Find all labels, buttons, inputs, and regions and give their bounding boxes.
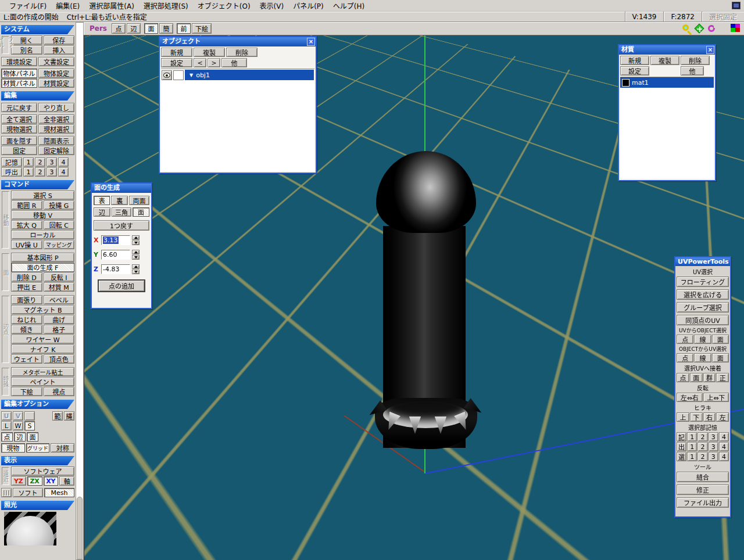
menu-panel[interactable]: パネル(P) (288, 0, 328, 12)
paint-button[interactable]: ペイント (11, 377, 74, 386)
obj2uv-face-button[interactable]: 面 (712, 353, 729, 362)
save-button[interactable]: 保存 (44, 35, 75, 45)
y-coordinate-input[interactable]: 6.60 (101, 250, 130, 260)
invert-tool-button[interactable]: 反転 I (44, 272, 75, 282)
quad-mode-button[interactable]: 面 (133, 207, 149, 217)
memory-slot-1[interactable]: 1 (23, 157, 34, 167)
snap-point-toggle[interactable]: 点 (1, 432, 13, 441)
doc-settings-button[interactable]: 文書設定 (38, 57, 74, 66)
recall-slot-4[interactable]: 4 (58, 167, 69, 177)
uv-panel-titlebar[interactable]: UVPowerTools (675, 257, 730, 266)
weld-group-button[interactable]: 群 (703, 373, 716, 382)
twist-button[interactable]: ねじれ (11, 315, 42, 324)
option-blank-toggle[interactable] (24, 411, 35, 421)
uv-sel-slot-2[interactable]: 2 (698, 452, 707, 461)
redo-button[interactable]: やり直し (38, 103, 74, 112)
recall-slot-3[interactable]: 3 (46, 167, 57, 177)
sew-button[interactable]: 縫合 (677, 472, 729, 482)
uv2obj-line-button[interactable]: 線 (694, 335, 711, 344)
memory-slot-3[interactable]: 3 (46, 157, 57, 167)
memory-button[interactable]: 記憶 (1, 157, 22, 167)
object-duplicate-button[interactable]: 複製 (194, 48, 225, 57)
software-render-button[interactable]: ソフトウェア (11, 466, 74, 476)
menu-selection-proc[interactable]: 選択部処理(S) (139, 0, 193, 12)
object-list-item[interactable]: ▼ obj1 (185, 70, 314, 80)
chevron-down-icon[interactable]: ▼ (189, 73, 193, 78)
uv-edit-button[interactable]: UV操 U (11, 240, 42, 249)
uv-mem-slot-2[interactable]: 2 (698, 432, 707, 441)
move-tool-button[interactable]: 移動 V (11, 210, 74, 220)
unfold-down-button[interactable]: 下 (690, 412, 703, 422)
yz-plane-button[interactable]: YZ (11, 476, 26, 486)
color-palette-icon[interactable] (731, 24, 741, 34)
object-next-button[interactable]: > (208, 58, 220, 67)
option-v-toggle[interactable]: V (13, 411, 23, 421)
wire-lines-icon[interactable] (1, 488, 12, 497)
face-generation-button[interactable]: 面の生成 F (11, 263, 74, 272)
option-range-toggle[interactable]: 範 (52, 411, 63, 421)
local-tool-button[interactable]: ローカル (11, 230, 74, 239)
light-direction-preview[interactable] (4, 512, 56, 545)
magnifier-icon[interactable] (682, 24, 692, 34)
z-spin-down[interactable] (132, 270, 140, 274)
pan-icon[interactable] (695, 24, 704, 34)
range-tool-button[interactable]: 範囲 R (11, 200, 42, 210)
object-settings-button[interactable]: 物体設定 (38, 69, 74, 78)
select-cur-object-button[interactable]: 現物選択 (1, 124, 37, 134)
option-l-toggle[interactable]: L (1, 421, 12, 430)
bend-button[interactable]: 曲げ (44, 315, 75, 324)
wire-button[interactable]: ワイヤー W (11, 335, 74, 344)
current-object-toggle[interactable]: 現物 (1, 443, 25, 453)
underlay-cmd-button[interactable]: 下絵 (11, 387, 42, 396)
flip-vertical-button[interactable]: 上⇔下 (703, 393, 729, 402)
front-view-button[interactable]: 前 (177, 23, 191, 34)
uv-out-slot-3[interactable]: 3 (709, 442, 718, 451)
material-tool-button[interactable]: 材質 M (44, 282, 75, 292)
mapping-button[interactable]: マッピング (44, 240, 75, 249)
uv-mem-slot-4[interactable]: 4 (719, 432, 729, 441)
xy-plane-button[interactable]: XY (44, 476, 59, 486)
material-panel-toggle[interactable]: 材質パネル (1, 78, 37, 88)
material-settings-button[interactable]: 材質設定 (38, 78, 74, 88)
scale-tool-button[interactable]: 拡大 Q (11, 220, 42, 229)
memory-slot-4[interactable]: 4 (58, 157, 69, 167)
object-color-swatch[interactable] (173, 70, 184, 80)
uv2obj-point-button[interactable]: 点 (677, 335, 693, 344)
select-tool-button[interactable]: 選択 S (11, 191, 74, 200)
obj2uv-line-button[interactable]: 線 (694, 353, 711, 362)
show-faces-button[interactable]: 面 (144, 23, 158, 34)
menu-object[interactable]: オブジェクト(O) (193, 0, 255, 12)
floating-button[interactable]: フローティング (677, 277, 729, 287)
front-face-button[interactable]: 表 (94, 196, 110, 205)
deselect-all-button[interactable]: 全非選択 (38, 114, 74, 124)
snap-face-toggle[interactable]: 面 (27, 432, 38, 441)
hide-faces-button[interactable]: 面を隠す (1, 136, 37, 145)
uv-sel-button[interactable]: 選 (677, 452, 686, 461)
menu-edit[interactable]: 編集(E) (51, 0, 84, 12)
material-settings-row-button[interactable]: 設定 (620, 66, 649, 76)
object-delete-button[interactable]: 削除 (226, 48, 257, 57)
fix-button[interactable]: 固定 (1, 146, 37, 155)
soft-shading-button[interactable]: ソフト (13, 488, 43, 497)
uv-out-slot-2[interactable]: 2 (698, 442, 707, 451)
snap-edge-toggle[interactable]: 辺 (14, 432, 26, 441)
uv-mem-slot-3[interactable]: 3 (709, 432, 718, 441)
bevel-button[interactable]: ベベル (44, 295, 75, 304)
magnet-button[interactable]: マグネット B (11, 305, 74, 314)
sidebar-scrollbar[interactable] (76, 22, 84, 560)
same-vertex-uv-button[interactable]: 同頂点のUV (677, 315, 729, 325)
unfix-button[interactable]: 固定解除 (38, 146, 74, 155)
extrude-tool-button[interactable]: 押出 E (11, 282, 42, 292)
face-gen-titlebar[interactable]: 面の生成 (92, 184, 151, 193)
edge-mode-button[interactable]: 辺 (94, 207, 110, 217)
open-button[interactable]: 開く (11, 35, 42, 45)
both-faces-button[interactable]: 両面 (129, 196, 149, 205)
option-u-toggle[interactable]: U (1, 411, 12, 421)
uv-mem-slot-1[interactable]: 1 (687, 432, 697, 441)
obj2uv-point-button[interactable]: 点 (677, 353, 693, 362)
uv-mem-button[interactable]: 記 (677, 432, 686, 441)
menu-file[interactable]: ファイル(F) (5, 0, 51, 12)
save-as-button[interactable]: 別名 (11, 45, 42, 55)
undo-button[interactable]: 元に戻す (1, 103, 37, 112)
viewpoint-button[interactable]: 視点 (44, 387, 75, 396)
